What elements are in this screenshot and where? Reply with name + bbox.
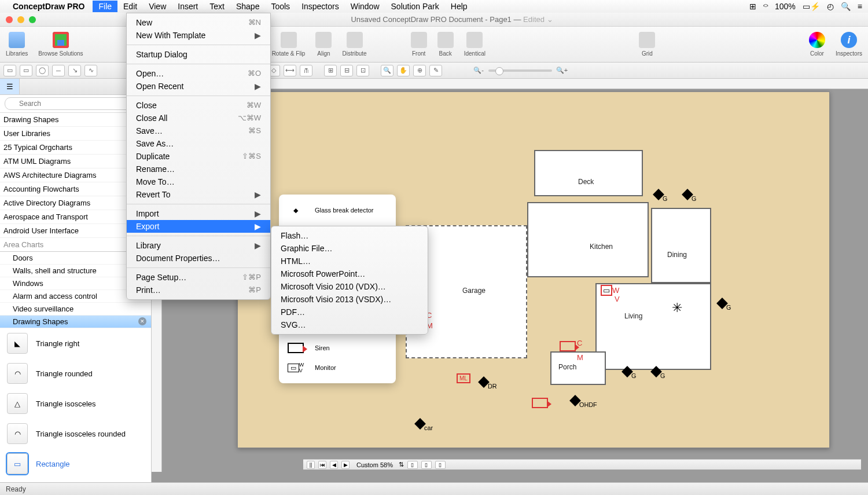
- shape-item[interactable]: ◠Triangle isosceles rounded: [0, 419, 151, 449]
- identical-button[interactable]: Identical: [464, 32, 486, 57]
- export-submenu-item[interactable]: PDF…: [271, 306, 428, 318]
- library-search-input[interactable]: [5, 97, 146, 110]
- zoom-in-button[interactable]: 🔍+: [556, 65, 568, 76]
- file-menu-item[interactable]: Library▶: [127, 239, 270, 252]
- export-submenu-item[interactable]: Flash…: [271, 229, 428, 242]
- eyedropper-tool[interactable]: ✎: [429, 65, 442, 76]
- menu-view[interactable]: View: [143, 1, 172, 12]
- pan-tool[interactable]: ✋: [397, 65, 410, 76]
- zoom-slider[interactable]: [488, 69, 552, 72]
- color-button[interactable]: Color: [809, 32, 825, 57]
- stencil-row[interactable]: ▭WVMonitor: [279, 358, 396, 377]
- control-center-icon[interactable]: ⊞: [749, 2, 756, 11]
- file-menu-item[interactable]: Save As…: [127, 137, 270, 150]
- menu-extras-icon[interactable]: ≡: [858, 2, 862, 11]
- distribute-button[interactable]: Distribute: [342, 32, 366, 57]
- front-button[interactable]: Front: [411, 32, 427, 57]
- pick-tool[interactable]: ⊕: [413, 65, 426, 76]
- page-tab-1[interactable]: ▯: [407, 461, 418, 469]
- zoom-out-button[interactable]: 🔍-: [472, 65, 485, 76]
- file-menu-item[interactable]: Startup Dialog: [127, 48, 270, 61]
- export-submenu-item[interactable]: Microsoft Visio 2010 (VDX)…: [271, 280, 428, 293]
- file-menu-dropdown: New⌘NNew With Template▶Startup DialogOpe…: [126, 13, 271, 300]
- export-submenu-item[interactable]: Microsoft Visio 2013 (VSDX)…: [271, 293, 428, 306]
- back-button[interactable]: Back: [437, 32, 454, 57]
- first-page-button[interactable]: ⏮: [318, 461, 326, 469]
- browse-solutions-button[interactable]: Browse Solutions: [38, 32, 83, 57]
- connector-tool[interactable]: ↘: [68, 65, 81, 76]
- menu-window[interactable]: Window: [345, 1, 385, 12]
- export-submenu-item[interactable]: Microsoft PowerPoint…: [271, 267, 428, 280]
- file-menu-item[interactable]: Export▶: [127, 220, 270, 233]
- menu-inspectors[interactable]: Inspectors: [296, 1, 345, 12]
- menu-edit[interactable]: Edit: [117, 1, 143, 12]
- shape-item[interactable]: ◠Triangle rounded: [0, 358, 151, 388]
- title-dropdown-icon[interactable]: ⌄: [547, 15, 553, 24]
- libraries-tab[interactable]: ☰: [0, 79, 20, 94]
- ellipse-tool[interactable]: ◯: [36, 65, 49, 76]
- file-menu-item[interactable]: Revert To▶: [127, 188, 270, 201]
- file-menu-item[interactable]: Duplicate⇧⌘S: [127, 150, 270, 163]
- menu-solution-park[interactable]: Solution Park: [385, 1, 445, 12]
- snap-tool-1[interactable]: ⊞: [324, 65, 337, 76]
- spotlight-icon[interactable]: 🔍: [841, 2, 851, 11]
- libraries-button[interactable]: Libraries: [6, 32, 28, 57]
- file-menu-item[interactable]: Page Setup…⇧⌘P: [127, 271, 270, 284]
- export-submenu-item[interactable]: SVG…: [271, 318, 428, 331]
- zoom-stepper-icon[interactable]: ⇅: [399, 461, 404, 468]
- tree-tool[interactable]: ⫚: [300, 65, 312, 76]
- shape-item-selected[interactable]: ▭Rectangle: [0, 449, 151, 479]
- page-tab-3[interactable]: ▯: [435, 461, 446, 469]
- shape-item[interactable]: △Triangle isosceles: [0, 388, 151, 419]
- clock-icon[interactable]: ◴: [827, 2, 834, 11]
- zoom-level-label: Custom 58%: [356, 461, 393, 468]
- rotate-flip-button[interactable]: Rotate & Flip: [272, 32, 306, 57]
- file-menu-item[interactable]: Import▶: [127, 207, 270, 220]
- file-menu-item[interactable]: Open Recent▶: [127, 80, 270, 93]
- stencil-row[interactable]: Siren: [279, 338, 396, 358]
- align-button[interactable]: Align: [315, 32, 332, 57]
- pause-scroll-button[interactable]: ||: [307, 461, 315, 469]
- menu-help[interactable]: Help: [445, 1, 473, 12]
- file-menu-item[interactable]: Close All⌥⌘W: [127, 112, 270, 124]
- file-menu-item[interactable]: Rename…: [127, 163, 270, 175]
- sublibrary-item[interactable]: Video surveillance: [0, 303, 151, 316]
- pointer-tool[interactable]: ▭: [3, 65, 16, 76]
- close-window-button[interactable]: [6, 16, 13, 23]
- shape-list: ◣Triangle right ◠Triangle rounded △Trian…: [0, 328, 151, 482]
- export-submenu-item[interactable]: Graphic File…: [271, 242, 428, 255]
- menu-file[interactable]: File: [93, 1, 117, 12]
- export-submenu-item[interactable]: HTML…: [271, 255, 428, 267]
- curve-tool[interactable]: ∿: [84, 65, 97, 76]
- stencil-row[interactable]: ◆Glass break detector: [279, 200, 396, 220]
- inspectors-button[interactable]: iInspectors: [836, 32, 862, 57]
- line-tool[interactable]: ─: [52, 65, 65, 76]
- file-menu-item[interactable]: Open…⌘O: [127, 67, 270, 80]
- grid-button[interactable]: Grid: [639, 32, 655, 57]
- zoom-window-button[interactable]: [29, 16, 36, 23]
- sublibrary-item-selected[interactable]: Drawing Shapes: [0, 316, 151, 328]
- snap-tool-3[interactable]: ⊡: [356, 65, 369, 76]
- menu-shape[interactable]: Shape: [230, 1, 265, 12]
- file-menu-item[interactable]: Print…⌘P: [127, 284, 270, 296]
- menu-text[interactable]: Text: [204, 1, 230, 12]
- battery-icon[interactable]: ▭⚡: [803, 2, 820, 11]
- page-tab-2[interactable]: ▯: [421, 461, 432, 469]
- file-menu-item[interactable]: New With Template▶: [127, 29, 270, 42]
- file-menu-item[interactable]: New⌘N: [127, 16, 270, 29]
- file-menu-item[interactable]: Save…⌘S: [127, 124, 270, 137]
- file-menu-item[interactable]: Document Properties…: [127, 252, 270, 265]
- snap-tool-2[interactable]: ⊟: [340, 65, 353, 76]
- minimize-window-button[interactable]: [17, 16, 24, 23]
- prev-page-button[interactable]: ◀: [330, 461, 338, 469]
- file-menu-item[interactable]: Close⌘W: [127, 99, 270, 112]
- menu-tools[interactable]: Tools: [265, 1, 296, 12]
- next-page-button[interactable]: ▶: [341, 461, 350, 469]
- wifi-icon[interactable]: ⌔: [763, 2, 768, 11]
- menu-insert[interactable]: Insert: [172, 1, 204, 12]
- file-menu-item[interactable]: Move To…: [127, 175, 270, 188]
- dim-tool[interactable]: ⟷: [284, 65, 296, 76]
- rect-tool[interactable]: ▭: [20, 65, 32, 76]
- zoom-tool[interactable]: 🔍: [381, 65, 393, 76]
- shape-item[interactable]: ◣Triangle right: [0, 328, 151, 358]
